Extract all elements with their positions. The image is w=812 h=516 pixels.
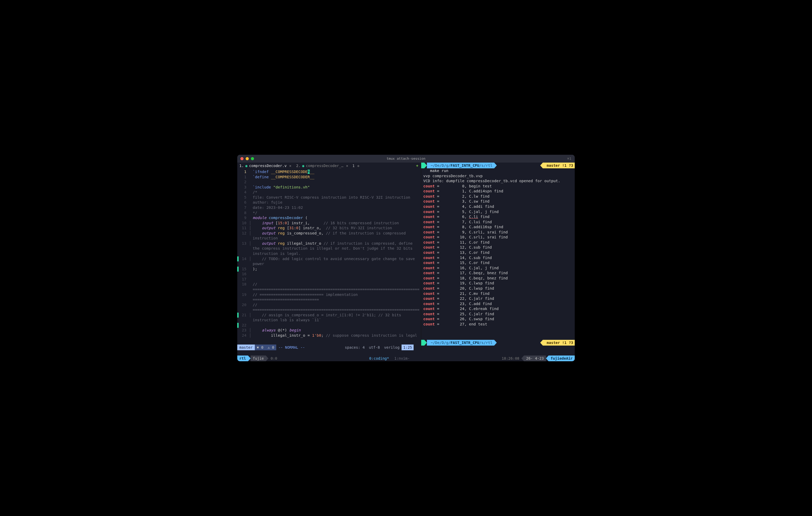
code-text: date: 2023-04-23 11:02 [253, 205, 421, 210]
terminal-line: make run [423, 168, 573, 174]
fold-guide: │ [249, 225, 253, 231]
tab-index: 1. [239, 163, 244, 168]
editor-line[interactable]: instruction [237, 236, 421, 241]
cwd-path: ~/De/D/g/FAST_INTR_CPU/s/rtl [427, 162, 494, 168]
terminal-line: count = 12, C.sub find [423, 245, 573, 250]
terminal-line: count = 13, C.or find [423, 250, 573, 255]
terminal-line: count = 24, C.ebreak find [423, 306, 573, 311]
tab-count: 1 [351, 162, 356, 169]
code-text: output reg is_compressed_o, // if the in… [253, 231, 421, 236]
code-text: power [253, 262, 421, 267]
editor-line[interactable]: 11│ output reg [31:0] instr_o, // 32 bit… [237, 225, 421, 231]
fold-guide: │ [249, 231, 253, 236]
editor-line[interactable]: 18// [237, 282, 421, 287]
file-icon: ◉ [302, 163, 304, 168]
git-branch: master [237, 344, 255, 350]
code-text [253, 180, 421, 185]
code-text: // TODO: add logic control to avoid unne… [253, 256, 421, 262]
terminal-line: count = 4, C.addi find [423, 204, 573, 209]
code-text: file: Convert RISC-V compress instructio… [253, 195, 421, 200]
code-text: the compress instruction is illegal or n… [253, 246, 421, 251]
editor-line[interactable]: 9module compressDecoder ( [237, 215, 421, 221]
tab-inactive[interactable]: 2. ◉ compressDecoder_… ✕ [294, 162, 351, 169]
editor-line[interactable]: 16 [237, 272, 421, 277]
editor-line[interactable]: ============================= [237, 297, 421, 302]
line-number: 13 [239, 241, 249, 246]
editor-line[interactable]: 7date: 2023-04-23 11:02 [237, 205, 421, 210]
code-text: author: fujie [253, 200, 421, 205]
tmux-time: 18:26:08 [500, 356, 521, 361]
editor-line[interactable]: 22 [237, 323, 421, 328]
tmux-window-active[interactable]: 0:coding* [369, 356, 389, 361]
shell-prompt-top: ~/De/D/g/FAST_INTR_CPU/s/rtl master !1 ?… [421, 162, 575, 168]
code-text: ========================================… [253, 287, 421, 292]
editor-line[interactable]: power [237, 262, 421, 267]
code-text: /* [253, 190, 421, 195]
close-tab-icon[interactable]: ✕ [289, 163, 291, 168]
tmux-session[interactable]: rtl [237, 356, 248, 361]
editor-line[interactable]: 6author: fujie [237, 200, 421, 205]
editor-line[interactable]: the compress instruction is illegal or n… [237, 246, 421, 251]
tab-active[interactable]: 1. ◉ compressDecoder.v ✕ [237, 162, 294, 169]
tab-index: 2. [296, 163, 300, 168]
terminal-line: count = 14, C.sub find [423, 255, 573, 261]
editor-line[interactable]: instruction lsb is always `11` [237, 317, 421, 323]
fold-guide [249, 307, 253, 313]
editor-line[interactable]: 10│ input [15:0] instr_i, // 16 bits com… [237, 221, 421, 226]
editor-line[interactable]: 17 [237, 277, 421, 282]
line-number [239, 251, 249, 256]
terminal-pane[interactable]: ~/De/D/g/FAST_INTR_CPU/s/rtl master !1 ?… [421, 162, 575, 350]
editor-line[interactable]: 1`define __COMPRESSDECODER__ [237, 175, 421, 180]
code-text: // assign is_compressed_o = instr_i[1:0]… [253, 313, 421, 318]
editor-line[interactable]: 1`ifndef __COMPRESSDECODER__ [237, 170, 421, 175]
code-text [253, 277, 421, 282]
code-text: module compressDecoder ( [253, 215, 421, 221]
line-number: 2 [239, 180, 249, 185]
code-text [253, 323, 421, 328]
editor-line[interactable]: 2 [237, 180, 421, 185]
shell-prompt-bottom: ~/De/D/g/FAST_INTR_CPU/s/rtl master !1 ?… [421, 340, 575, 345]
line-number: 20 [239, 302, 249, 308]
line-number: 18 [239, 282, 249, 287]
tmux-window-inactive[interactable]: 1:nvim- [394, 356, 410, 361]
line-number: 7 [239, 205, 249, 210]
pane-container: 1. ◉ compressDecoder.v ✕ 2. ◉ compressDe… [237, 162, 575, 350]
fold-guide [249, 297, 253, 302]
fold-guide: │ [249, 256, 253, 262]
editor-line[interactable]: 15); [237, 267, 421, 272]
editor-line[interactable]: 5file: Convert RISC-V compress instructi… [237, 195, 421, 200]
editor-line[interactable]: 4/* [237, 190, 421, 195]
line-number: 14 [239, 256, 249, 262]
editor-line[interactable]: ========================================… [237, 287, 421, 292]
editor-line[interactable]: 8*/ [237, 210, 421, 216]
line-number: 21 [239, 313, 249, 318]
editor-line[interactable]: 24│ illegal_instr_o = 1'b0; // suppose c… [237, 333, 421, 338]
fold-guide [249, 195, 253, 200]
terminal-line: count = 8, C.addi16sp find [423, 224, 573, 230]
editor-line[interactable]: 3`include "definitions.vh" [237, 185, 421, 190]
terminal-line: count = 23, C.add find [423, 301, 573, 307]
close-tab-icon[interactable]: ✕ [346, 163, 348, 168]
new-tab-icon[interactable]: + [413, 162, 421, 169]
editor-line[interactable]: 23│ always @(*) begin [237, 328, 421, 333]
editor-line[interactable]: 19// ============================ implem… [237, 292, 421, 298]
fold-guide [249, 215, 253, 221]
line-number: 1 [239, 175, 249, 180]
editor-line[interactable]: 21│ // assign is_compressed_o = instr_i[… [237, 313, 421, 318]
fold-guide [249, 246, 253, 251]
line-number: 4 [239, 190, 249, 195]
tab-label: compressDecoder_… [306, 163, 343, 168]
terminal-line: count = 21, C.mv find [423, 291, 573, 297]
editor-line[interactable]: 13│ output reg illegal_instr_o // if ins… [237, 241, 421, 246]
editor-line[interactable]: 14│ // TODO: add logic control to avoid … [237, 256, 421, 262]
tab-settings-icon[interactable]: ✲ [356, 162, 360, 169]
editor-line[interactable]: instruction is legal. [237, 251, 421, 256]
terminal-line: count = 6, C.li find [423, 214, 573, 219]
line-number: 23 [239, 328, 249, 333]
apple-icon [421, 340, 424, 345]
editor-line[interactable]: 20// [237, 302, 421, 308]
editor-line[interactable]: 12│ output reg is_compressed_o, // if th… [237, 231, 421, 236]
code-text: */ [253, 210, 421, 216]
editor-body[interactable]: 1`ifndef __COMPRESSDECODER__1`define __C… [237, 169, 421, 344]
editor-line[interactable]: ========================================… [237, 307, 421, 313]
